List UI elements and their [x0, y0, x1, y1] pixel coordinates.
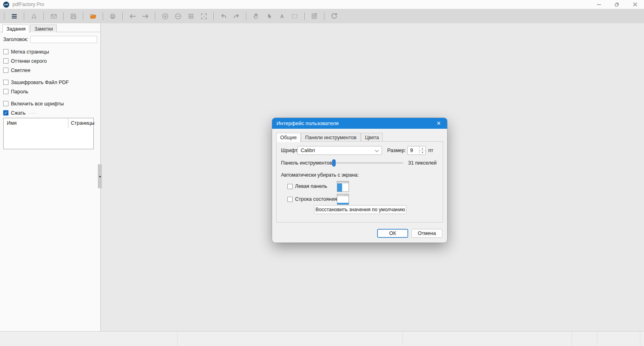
checkbox-icon[interactable]: ✓ [3, 110, 8, 115]
checkbox-icon[interactable] [287, 197, 293, 202]
window-titlebar: pdf pdfFactory Pro [0, 0, 644, 9]
window-title: pdfFactory Pro [12, 2, 44, 7]
toolbar-save-button[interactable] [68, 10, 79, 22]
sidebar-checkbox-row-4[interactable]: Пароль [3, 87, 97, 96]
dialog-close-button[interactable]: ✕ [430, 118, 447, 129]
toolbar-separator [213, 12, 214, 20]
toolbar-text-button[interactable]: A [276, 10, 287, 22]
toolbar-separator [24, 12, 24, 20]
checkbox-icon[interactable] [3, 58, 8, 64]
spin-down-button[interactable]: ▼ [419, 151, 425, 155]
undo-icon [220, 13, 227, 20]
status-bar-preview-icon [337, 194, 349, 205]
window-controls [590, 0, 644, 9]
pan-hand-icon [252, 12, 260, 20]
dialog-title: Интерфейс пользователя [277, 120, 339, 126]
toolbar-open-folder-button[interactable] [87, 10, 99, 22]
status-divider [402, 332, 403, 346]
checkbox-icon[interactable] [287, 184, 293, 189]
minimize-icon [597, 2, 601, 7]
checkbox-icon[interactable] [3, 68, 8, 73]
save-icon [70, 13, 77, 20]
autohide-option-1[interactable]: Строка состояния [287, 193, 439, 205]
jobs-table-header: Имя Страницы [4, 118, 93, 128]
font-combobox-value: Calibri [301, 148, 315, 153]
sidebar-tab-1[interactable]: Заметки [30, 25, 57, 32]
toolbar-separator [63, 12, 64, 20]
toolbar-email-button[interactable] [48, 10, 59, 22]
sidebar-checkbox-row-5[interactable]: Включить все шрифты [3, 99, 97, 108]
user-interface-dialog: Интерфейс пользователя ✕ ОбщиеПанели инс… [272, 118, 447, 243]
sidebar-checkbox-row-0[interactable]: Метка страницы [3, 47, 97, 56]
autohide-option-0[interactable]: Левая панель [287, 180, 439, 192]
slider-thumb[interactable] [332, 159, 336, 167]
toolbar-zoom-in-button[interactable] [159, 10, 171, 22]
collapse-left-icon: ◄ [99, 175, 101, 178]
toolbar-size-label: Панель инструментов: [281, 160, 334, 166]
sidebar-checkbox-row-1[interactable]: Оттенки серого [3, 56, 97, 66]
ok-button[interactable]: ОК [377, 229, 408, 238]
adobe-pdf-icon [31, 13, 37, 20]
checkbox-label: Метка страницы [11, 49, 49, 55]
checkbox-label: Включить все шрифты [11, 101, 64, 107]
checkbox-icon[interactable] [3, 101, 8, 106]
close-window-button[interactable] [626, 0, 644, 9]
jobs-column-name: Имя [4, 120, 68, 126]
size-input[interactable] [408, 146, 419, 154]
toolbar-separator [324, 12, 324, 20]
refresh-icon [330, 12, 338, 20]
toolbar-separator [103, 12, 103, 20]
checkbox-icon[interactable] [3, 49, 8, 54]
toolbar-fit-page-button[interactable] [198, 10, 209, 22]
title-input[interactable] [30, 36, 97, 43]
cancel-button[interactable]: Отмена [411, 229, 442, 238]
dialog-tab-2[interactable]: Цвета [361, 133, 383, 142]
restore-defaults-button[interactable]: Восстановить значения по умолчанию [314, 205, 407, 214]
toolbar-select-button[interactable] [289, 10, 300, 22]
toolbar-redo-button[interactable] [231, 10, 242, 22]
sidebar-splitter-handle[interactable]: ◄ [98, 164, 102, 188]
toolbar-back-button[interactable] [127, 10, 138, 22]
redo-icon [233, 13, 240, 20]
toolbar-notes-button[interactable] [309, 10, 320, 22]
restore-button[interactable] [608, 0, 626, 9]
jobs-table: Имя Страницы [3, 118, 94, 149]
font-combobox[interactable]: Calibri [297, 146, 382, 155]
autohide-options: Левая панельСтрока состояния [287, 180, 439, 206]
dialog-tabs: ОбщиеПанели инструментовЦвета [272, 129, 447, 141]
jobs-table-body[interactable] [4, 128, 93, 149]
checkbox-icon[interactable] [3, 80, 8, 85]
sidebar-checkbox-row-2[interactable]: Светлее [3, 66, 97, 75]
minimize-button[interactable] [590, 0, 608, 9]
toolbar-cursor-button[interactable] [263, 10, 275, 22]
toolbar-refresh-button[interactable] [328, 10, 340, 22]
toolbar-grid-view-button[interactable] [185, 10, 196, 22]
toolbar-menu-button[interactable] [8, 10, 20, 22]
sidebar-tab-0[interactable]: Задания [2, 25, 29, 33]
font-row: Шрифт: Calibri Размер: ▲ ▼ пт [277, 146, 443, 155]
email-icon [50, 13, 58, 20]
toolbar-zoom-out-button[interactable] [172, 10, 184, 22]
status-divider [177, 332, 178, 346]
sidebar-tabs: ЗаданияЗаметки [0, 23, 100, 32]
toolbar: A [0, 9, 644, 23]
spin-up-button[interactable]: ▲ [419, 146, 425, 151]
dialog-tab-1[interactable]: Панели инструментов [301, 133, 361, 142]
notes-icon [311, 12, 318, 20]
toolbar-print-button[interactable] [107, 10, 118, 22]
toolbar-forward-button[interactable] [140, 10, 151, 22]
toolbar-pan-hand-button[interactable] [250, 10, 262, 22]
checkbox-icon[interactable] [3, 89, 8, 94]
size-label: Размер: [387, 148, 406, 153]
dialog-tab-0[interactable]: Общие [276, 133, 301, 142]
dialog-general-panel: Шрифт: Calibri Размер: ▲ ▼ пт Панель инс… [276, 141, 443, 222]
left-panel-preview-icon [337, 181, 349, 192]
toolbar-size-slider[interactable] [332, 162, 403, 164]
more-options-icon[interactable]: ··· [29, 111, 36, 115]
sidebar-checkbox-row-3[interactable]: Зашифровать Файл PDF [3, 78, 97, 87]
toolbar-adobe-pdf-button[interactable] [28, 10, 39, 22]
toolbar-undo-button[interactable] [218, 10, 229, 22]
sidebar-checkbox-row-6[interactable]: ✓Сжать··· [3, 108, 97, 117]
select-icon [291, 13, 299, 20]
autohide-option-label: Строка состояния [295, 196, 337, 202]
